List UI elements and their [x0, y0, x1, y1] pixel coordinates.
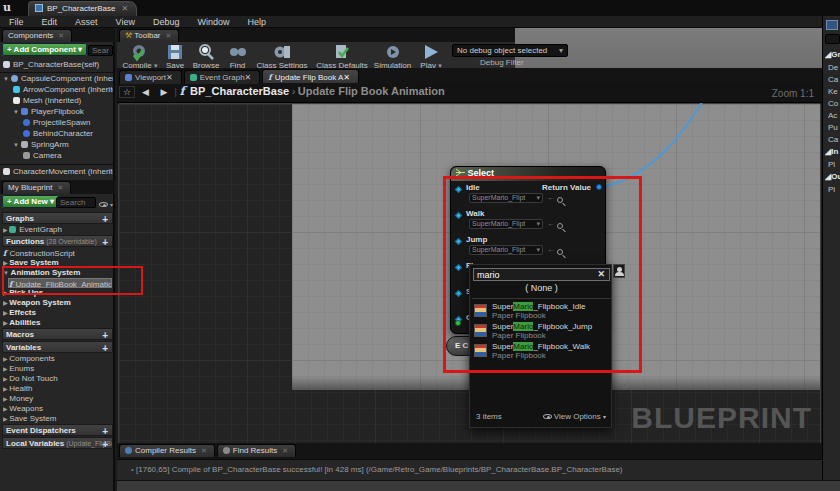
close-icon[interactable]: ✕ [201, 447, 207, 454]
details-property-row[interactable]: Pu [828, 123, 840, 132]
select-node-header[interactable]: Select [451, 167, 605, 181]
myblueprint-item-pick-ups[interactable]: ▶ Pick Ups [3, 288, 113, 298]
use-asset-icon[interactable]: ← [547, 193, 555, 202]
graph-tab-viewport[interactable]: Viewport✕ [119, 70, 182, 84]
menu-asset[interactable]: Asset [66, 16, 107, 27]
browse-asset-icon[interactable] [557, 247, 563, 257]
browse-asset-icon[interactable] [557, 195, 563, 205]
myblueprint-item-health[interactable]: ▶ Health [3, 384, 113, 394]
menu-debug[interactable]: Debug [144, 16, 189, 27]
use-selected-asset-button[interactable] [613, 264, 625, 278]
details-section-header[interactable]: ◢In [825, 147, 840, 156]
favorite-star-icon[interactable]: ☆ [119, 86, 135, 98]
toolbar-button-compile[interactable]: Compile ▾ [120, 43, 160, 70]
toolbar-button-class-settings[interactable]: Class Settings [252, 43, 312, 70]
myblueprint-item-weapon-system[interactable]: ▶ Weapon System [3, 298, 113, 308]
component-row[interactable]: Camera [23, 151, 113, 162]
asset-item[interactable]: SuperMario_Flipbook_JumpPaper Flipbook [474, 322, 610, 342]
component-row[interactable]: Mesh (Inherited) [13, 96, 113, 107]
close-icon[interactable]: ✕ [166, 73, 173, 82]
add-icon[interactable]: + [102, 439, 108, 449]
myblueprint-item-save-system[interactable]: ▶ Save System [3, 258, 113, 268]
section-header-variables[interactable]: Variables+ [2, 341, 113, 353]
toolbar-button-save[interactable]: Save [162, 43, 188, 70]
graph-tab-update-flip-book-a[interactable]: fUpdate Flip Book A✕ [262, 69, 359, 83]
close-icon[interactable]: ✕ [58, 32, 64, 39]
option-pin[interactable] [455, 238, 462, 245]
component-row[interactable]: ▼SpringArm [13, 140, 113, 151]
menu-window[interactable]: Window [188, 16, 238, 27]
details-property-row[interactable]: Pl [828, 185, 840, 194]
asset-search-input[interactable] [473, 268, 610, 281]
close-icon[interactable]: ✕ [57, 184, 63, 191]
component-row[interactable]: ArrowComponent (Inherited) [13, 85, 113, 96]
view-options-button[interactable]: View Options ▾ [543, 412, 606, 421]
toolbar-button-find[interactable]: Find [224, 43, 251, 70]
section-header-event-dispatchers[interactable]: Event Dispatchers+ [2, 424, 113, 436]
expand-arrow-icon[interactable]: ▼ [3, 76, 9, 82]
add-new-button[interactable]: + Add New ▾ [2, 196, 59, 206]
close-icon[interactable]: ✕ [343, 73, 350, 82]
components-search-input[interactable] [88, 45, 113, 56]
component-row[interactable]: ProjectileSpawn [23, 118, 113, 129]
add-component-button[interactable]: + Add Component ▾ [2, 44, 87, 54]
myblueprint-item-update_flipbook_animation[interactable]: fUpdate_FlipBook_Animation [8, 278, 112, 288]
clear-search-icon[interactable]: ✕ [597, 269, 605, 279]
document-tab[interactable]: BP_CharacterBase✕ [28, 1, 137, 16]
section-header-macros[interactable]: Macros+ [2, 328, 113, 340]
expand-arrow-icon[interactable]: ▼ [3, 270, 11, 276]
toolbar-button-play[interactable]: Play ▾ [414, 43, 448, 70]
add-icon[interactable]: + [102, 214, 108, 224]
component-row[interactable]: ▼CapsuleComponent (Inherited) [3, 74, 113, 85]
details-property-row[interactable]: Pl [828, 160, 840, 169]
details-section-header[interactable]: ◢Gr [825, 50, 840, 59]
myblueprint-item-eventgraph[interactable]: ▶ EventGraph [3, 225, 113, 235]
index-pin[interactable] [455, 320, 461, 326]
menu-help[interactable]: Help [238, 16, 275, 27]
menu-view[interactable]: View [107, 16, 144, 27]
section-header-graphs[interactable]: Graphs+ [2, 212, 113, 224]
close-icon[interactable]: ✕ [166, 32, 172, 39]
component-row[interactable]: CharacterMovement (Inherited) [3, 167, 113, 178]
option-pin[interactable] [455, 186, 462, 193]
myblueprint-item-constructionscript[interactable]: fConstructionScript [3, 248, 113, 258]
tab-my-blueprint[interactable]: My Blueprint✕ [2, 181, 71, 194]
details-property-row[interactable]: Ca [828, 75, 840, 84]
asset-select-dropdown[interactable]: SuperMario_Flipt▾ [469, 245, 543, 255]
none-option[interactable]: ( None ) [470, 283, 613, 293]
details-search-input[interactable] [825, 34, 840, 44]
add-icon[interactable]: + [102, 343, 108, 353]
asset-item[interactable]: SuperMario_Flipbook_WalkPaper Flipbook [474, 342, 610, 362]
add-icon[interactable]: + [102, 237, 108, 247]
menu-edit[interactable]: Edit [33, 16, 67, 27]
option-pin[interactable] [455, 212, 462, 219]
myblueprint-item-enums[interactable]: ▶ Enums [3, 364, 113, 374]
breadcrumb-root[interactable]: BP_CharacterBase [190, 85, 289, 97]
component-row[interactable]: BehindCharacter [23, 129, 113, 140]
myblueprint-item-weapons[interactable]: ▶ Weapons [3, 404, 113, 414]
nav-back-icon[interactable]: ◀ [138, 87, 154, 97]
myblueprint-item-do-not-touch[interactable]: ▶ Do Not Touch [3, 374, 113, 384]
section-header-local-variables[interactable]: Local Variables (Update_FlipBook+ [2, 437, 113, 449]
tab-find-results[interactable]: Find Results✕ [217, 444, 296, 457]
details-property-row[interactable]: Co [828, 99, 840, 108]
menu-file[interactable]: File [0, 16, 33, 27]
myblueprint-item-money[interactable]: ▶ Money [3, 394, 113, 404]
visibility-filter-icon[interactable]: ▾ [99, 199, 113, 209]
myblueprint-item-abilities[interactable]: ▶ Abilities [3, 318, 113, 328]
toolbar-button-browse[interactable]: Browse [189, 43, 223, 70]
details-tab-icon[interactable] [826, 20, 838, 30]
asset-select-dropdown[interactable]: SuperMario_Flipt▾ [469, 219, 543, 229]
details-property-row[interactable]: Ac [828, 111, 840, 120]
expand-arrow-icon[interactable]: ▼ [13, 142, 19, 148]
close-icon[interactable]: ✕ [282, 447, 288, 454]
graph-tab-event-graph[interactable]: Event Graph✕ [184, 70, 261, 84]
myblueprint-item-save-system[interactable]: ▶ Save System [3, 414, 113, 424]
tab-compiler-results[interactable]: Compiler Results✕ [119, 444, 215, 457]
use-asset-icon[interactable]: ← [547, 219, 555, 228]
close-icon[interactable]: ✕ [245, 73, 252, 82]
myblueprint-item-components[interactable]: ▶ Components [3, 354, 113, 364]
expand-arrow-icon[interactable]: ▼ [13, 109, 19, 115]
option-pin[interactable] [455, 264, 462, 271]
myblueprint-item-animation-system[interactable]: ▼ Animation System [3, 268, 113, 278]
